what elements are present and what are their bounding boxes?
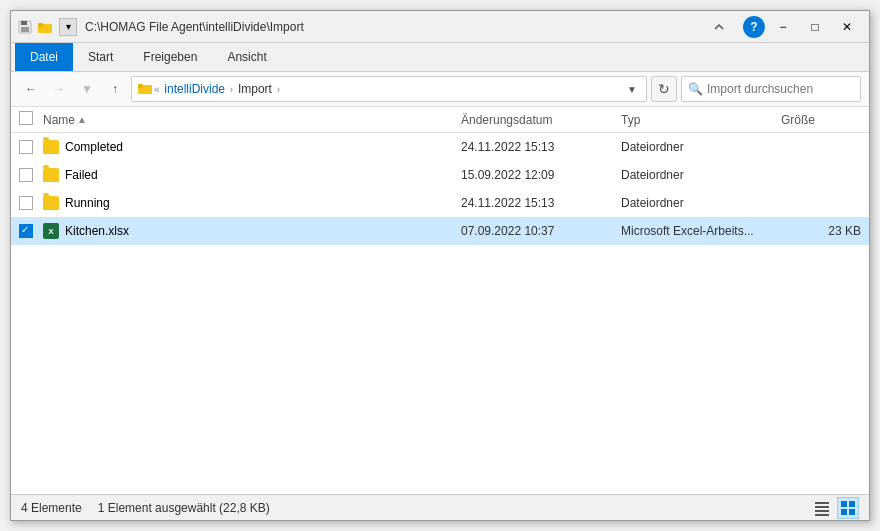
selected-info: 1 Element ausgewählt (22,8 KB) <box>98 501 270 515</box>
folder-icon-1 <box>43 168 59 182</box>
file-size-3: 23 KB <box>781 224 861 238</box>
address-breadcrumb: « intelliDivide › Import › <box>138 82 620 97</box>
breadcrumb-sep-1: « <box>154 84 162 95</box>
checkbox-0[interactable] <box>19 140 33 154</box>
large-icons-view-btn[interactable] <box>837 497 859 519</box>
file-name-3: X Kitchen.xlsx <box>43 223 461 239</box>
breadcrumb-end: › <box>274 84 280 95</box>
details-view-btn[interactable] <box>811 497 833 519</box>
address-dropdown-btn[interactable]: ▼ <box>624 78 640 100</box>
breadcrumb-arrow: › <box>227 84 236 95</box>
minimize-btn[interactable]: − <box>767 11 799 43</box>
ribbon: Datei Start Freigeben Ansicht <box>11 43 869 72</box>
file-date-2: 24.11.2022 15:13 <box>461 196 621 210</box>
tab-ansicht[interactable]: Ansicht <box>212 43 281 71</box>
explorer-window: ▾ C:\HOMAG File Agent\intelliDivide\Impo… <box>10 10 870 521</box>
checkbox-3[interactable] <box>19 224 33 238</box>
excel-icon-3: X <box>43 223 59 239</box>
file-list-header: Name ▲ Änderungsdatum Typ Größe <box>11 107 869 133</box>
table-row[interactable]: X Kitchen.xlsx 07.09.2022 10:37 Microsof… <box>11 217 869 245</box>
file-date-3: 07.09.2022 10:37 <box>461 224 621 238</box>
quick-access-toolbar: ▾ <box>59 18 77 36</box>
name-sort-icon: ▲ <box>77 114 87 125</box>
table-row[interactable]: Failed 15.09.2022 12:09 Dateiordner <box>11 161 869 189</box>
file-type-3: Microsoft Excel-Arbeits... <box>621 224 781 238</box>
title-bar-icons <box>17 19 53 35</box>
save-icon <box>17 19 33 35</box>
file-type-2: Dateiordner <box>621 196 781 210</box>
sort-by-type[interactable]: Typ <box>621 113 640 127</box>
svg-rect-2 <box>21 27 29 32</box>
svg-rect-1 <box>21 21 27 25</box>
svg-rect-4 <box>38 23 43 27</box>
svg-rect-9 <box>815 510 829 512</box>
back-btn[interactable]: ← <box>19 77 43 101</box>
address-box[interactable]: « intelliDivide › Import › ▼ <box>131 76 647 102</box>
tab-start[interactable]: Start <box>73 43 128 71</box>
window-title: C:\HOMAG File Agent\intelliDivide\Import <box>85 20 703 34</box>
qa-dropdown[interactable]: ▾ <box>59 18 77 36</box>
file-type-1: Dateiordner <box>621 168 781 182</box>
search-icon: 🔍 <box>688 82 703 96</box>
title-bar: ▾ C:\HOMAG File Agent\intelliDivide\Impo… <box>11 11 869 43</box>
file-name-2: Running <box>43 196 461 210</box>
tab-datei[interactable]: Datei <box>15 43 73 71</box>
row-checkbox-3[interactable] <box>19 224 43 238</box>
file-type-0: Dateiordner <box>621 140 781 154</box>
ribbon-collapse-btn[interactable] <box>703 11 735 43</box>
header-date-col: Änderungsdatum <box>461 113 621 127</box>
file-date-0: 24.11.2022 15:13 <box>461 140 621 154</box>
svg-rect-13 <box>841 509 847 515</box>
svg-rect-14 <box>849 509 855 515</box>
svg-rect-12 <box>849 501 855 507</box>
item-count: 4 Elemente <box>21 501 82 515</box>
folder-icon-2 <box>43 196 59 210</box>
header-type-col: Typ <box>621 113 781 127</box>
ribbon-tabs: Datei Start Freigeben Ansicht <box>11 43 869 71</box>
header-name-col: Name ▲ <box>43 113 461 127</box>
sort-by-size[interactable]: Größe <box>781 113 815 127</box>
header-checkbox[interactable] <box>19 111 33 125</box>
file-name-0: Completed <box>43 140 461 154</box>
maximize-btn[interactable]: □ <box>799 11 831 43</box>
folder-title-icon <box>37 19 53 35</box>
row-checkbox-1[interactable] <box>19 168 43 182</box>
checkbox-1[interactable] <box>19 168 33 182</box>
checkbox-2[interactable] <box>19 196 33 210</box>
help-btn[interactable]: ? <box>735 11 767 43</box>
up-btn[interactable]: ↑ <box>103 77 127 101</box>
svg-rect-8 <box>815 506 829 508</box>
svg-rect-6 <box>138 84 143 88</box>
header-checkbox-col <box>19 111 43 128</box>
svg-rect-7 <box>815 502 829 504</box>
file-name-1: Failed <box>43 168 461 182</box>
header-size-col: Größe <box>781 113 861 127</box>
table-row[interactable]: Completed 24.11.2022 15:13 Dateiordner <box>11 133 869 161</box>
forward-btn[interactable]: → <box>47 77 71 101</box>
breadcrumb-intellidivide[interactable]: intelliDivide <box>164 82 225 96</box>
tab-freigeben[interactable]: Freigeben <box>128 43 212 71</box>
close-btn[interactable]: ✕ <box>831 11 863 43</box>
svg-rect-11 <box>841 501 847 507</box>
window-controls: ? − □ ✕ <box>703 11 863 43</box>
search-input[interactable] <box>707 82 854 96</box>
sort-by-name[interactable]: Name ▲ <box>43 113 87 127</box>
folder-icon-0 <box>43 140 59 154</box>
file-date-1: 15.09.2022 12:09 <box>461 168 621 182</box>
row-checkbox-2[interactable] <box>19 196 43 210</box>
breadcrumb-icon <box>138 82 152 97</box>
refresh-btn[interactable]: ↻ <box>651 76 677 102</box>
svg-rect-10 <box>815 514 829 516</box>
address-bar: ← → ▼ ↑ « intelliDivide › Import › ▼ ↻ <box>11 72 869 107</box>
breadcrumb-import: Import <box>238 82 272 96</box>
sort-by-date[interactable]: Änderungsdatum <box>461 113 552 127</box>
recent-btn[interactable]: ▼ <box>75 77 99 101</box>
row-checkbox-0[interactable] <box>19 140 43 154</box>
status-bar: 4 Elemente 1 Element ausgewählt (22,8 KB… <box>11 494 869 520</box>
view-toggle <box>811 497 859 519</box>
file-list: Completed 24.11.2022 15:13 Dateiordner F… <box>11 133 869 494</box>
table-row[interactable]: Running 24.11.2022 15:13 Dateiordner <box>11 189 869 217</box>
search-box[interactable]: 🔍 <box>681 76 861 102</box>
